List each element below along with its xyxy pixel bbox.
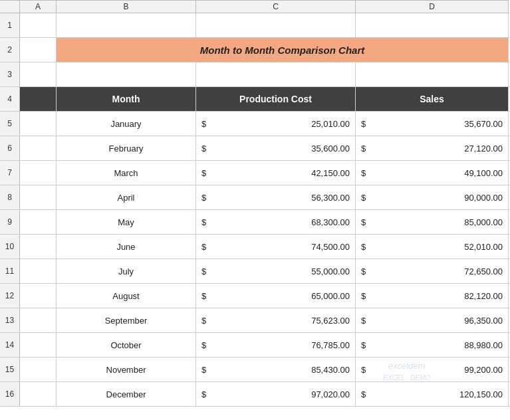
row-num-3: 3 [0,62,20,87]
col-header-a: A [20,0,57,13]
row-num-14: 14 [0,333,20,358]
row-num-10: 10 [0,235,20,259]
cell-b16: December [57,382,196,406]
cell-b13: September [57,308,196,332]
title-cell: Month to Month Comparison Chart [57,38,509,62]
cell-c8: $56,300.00 [196,185,356,209]
cell-d1 [356,13,509,37]
cell-b9: May [57,210,196,234]
row-num-9: 9 [0,210,20,235]
cell-d15: $99,200.00 [356,358,509,381]
row-num-12: 12 [0,284,20,308]
cell-d13: $96,350.00 [356,308,509,332]
row-9: May $68,300.00 $85,000.00 [20,210,510,235]
cell-d10: $52,010.00 [356,235,509,259]
cell-d4-sales: Sales [356,87,509,111]
cell-a2 [20,38,57,62]
cell-a15 [20,358,57,381]
cell-c11: $55,000.00 [196,259,356,283]
cell-a7 [20,161,57,185]
row-13: September $75,623.00 $96,350.00 [20,308,510,333]
cell-d8: $90,000.00 [356,185,509,209]
cell-a9 [20,210,57,234]
cell-b11: July [57,259,196,283]
cell-a13 [20,308,57,332]
cell-d5: $35,670.00 [356,112,509,136]
cell-c13: $75,623.00 [196,308,356,332]
data-area: Month to Month Comparison Chart Month Pr… [20,13,510,407]
row-10: June $74,500.00 $52,010.00 [20,235,510,259]
cell-b4-month: Month [57,87,196,111]
cell-a6 [20,136,57,160]
cell-c12: $65,000.00 [196,284,356,308]
cell-d6: $27,120.00 [356,136,509,160]
row-3 [20,62,510,87]
cell-a4 [20,87,57,111]
cell-c10: $74,500.00 [196,235,356,259]
column-headers: A B C D [0,0,510,13]
cell-b1 [57,13,196,37]
cell-d16: $120,150.00 [356,382,509,406]
cell-d14: $88,980.00 [356,333,509,357]
cell-b10: June [57,235,196,259]
row-7: March $42,150.00 $49,100.00 [20,161,510,185]
row-5: January $25,010.00 $35,670.00 [20,112,510,136]
cell-c7: $42,150.00 [196,161,356,185]
cell-a16 [20,382,57,406]
cell-c4-production: Production Cost [196,87,356,111]
cell-a12 [20,284,57,308]
row-1 [20,13,510,38]
row-num-13: 13 [0,308,20,333]
cell-a8 [20,185,57,209]
row-6: February $35,600.00 $27,120.00 [20,136,510,161]
row-num-1: 1 [0,13,20,38]
cell-c14: $76,785.00 [196,333,356,357]
cell-a1 [20,13,57,37]
row-numbers: 1 2 3 4 5 6 7 8 9 10 11 12 13 14 15 16 [0,13,20,407]
cell-b5: January [57,112,196,136]
cell-c6: $35,600.00 [196,136,356,160]
cell-b6: February [57,136,196,160]
row-num-15: 15 [0,358,20,382]
cell-a14 [20,333,57,357]
col-header-c: C [196,0,356,13]
row-num-5: 5 [0,112,20,136]
cell-c16: $97,020.00 [196,382,356,406]
row-14: October $76,785.00 $88,980.00 [20,333,510,358]
cell-b7: March [57,161,196,185]
cell-a3 [20,62,57,86]
cell-a11 [20,259,57,283]
cell-c3 [196,62,356,86]
cell-b12: August [57,284,196,308]
cell-d7: $49,100.00 [356,161,509,185]
row-num-4: 4 [0,87,20,112]
row-num-2: 2 [0,38,20,62]
row-8: April $56,300.00 $90,000.00 [20,185,510,210]
spreadsheet: A B C D 1 2 3 4 5 6 7 8 9 10 11 12 13 14 [0,0,510,420]
cell-b15: November [57,358,196,381]
row-4: Month Production Cost Sales [20,87,510,112]
cell-b8: April [57,185,196,209]
row-16: December $97,020.00 $120,150.00 [20,382,510,407]
cell-d12: $82,120.00 [356,284,509,308]
cell-d9: $85,000.00 [356,210,509,234]
row-2: Month to Month Comparison Chart [20,38,510,62]
cell-c15: $85,430.00 [196,358,356,381]
row-num-7: 7 [0,161,20,185]
col-header-d: D [356,0,509,13]
grid-body: 1 2 3 4 5 6 7 8 9 10 11 12 13 14 15 16 [0,13,510,407]
row-num-11: 11 [0,259,20,284]
row-12: August $65,000.00 $82,120.00 [20,284,510,308]
cell-d11: $72,650.00 [356,259,509,283]
row-15: November $85,430.00 $99,200.00 [20,358,510,382]
col-header-b: B [57,0,196,13]
cell-a5 [20,112,57,136]
row-num-8: 8 [0,185,20,210]
cell-c1 [196,13,356,37]
row-11: July $55,000.00 $72,650.00 [20,259,510,284]
row-num-6: 6 [0,136,20,161]
cell-a10 [20,235,57,259]
cell-d3 [356,62,509,86]
cell-b14: October [57,333,196,357]
corner-header [0,0,20,13]
